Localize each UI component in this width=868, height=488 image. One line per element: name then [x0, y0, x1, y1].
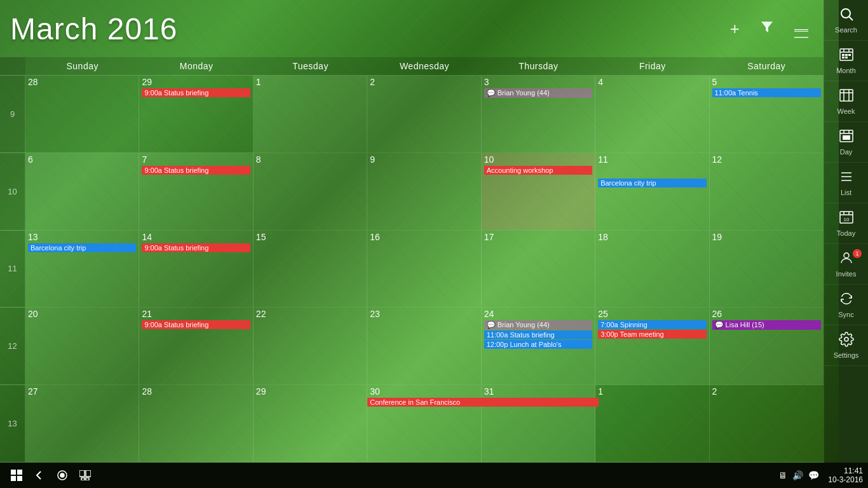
menu-button[interactable]: [789, 17, 813, 41]
day-cell-mar27[interactable]: 27: [25, 385, 139, 462]
event-team-meeting[interactable]: 3:00p Team meeting: [598, 330, 706, 339]
week-label: Week: [837, 107, 855, 115]
event-conference-sf[interactable]: Conference in San Francisco: [367, 398, 598, 407]
day-cell-mar16[interactable]: 16: [367, 231, 481, 308]
event-status-briefing[interactable]: 9:00a Status briefing: [142, 88, 250, 97]
svg-point-41: [60, 473, 64, 477]
day-header-saturday: Saturday: [710, 57, 824, 75]
day-cell-mar8[interactable]: 8: [254, 153, 367, 230]
sidebar-item-month[interactable]: Month: [824, 41, 868, 81]
day-cell-mar5[interactable]: 5 11:00a Tennis: [710, 76, 824, 152]
day-num: 7: [142, 154, 250, 165]
day-cell-mar1[interactable]: 1: [254, 76, 367, 152]
day-cell-mar30[interactable]: 30 Conference in San Francisco: [367, 385, 481, 462]
day-cell-mar19[interactable]: 19: [710, 231, 824, 308]
date-display: 10-3-2016: [828, 475, 863, 484]
day-cell-mar18[interactable]: 18: [595, 231, 709, 308]
day-cell-mar20[interactable]: 20: [25, 308, 139, 384]
event-tennis[interactable]: 11:00a Tennis: [712, 88, 821, 97]
day-cell-mar22[interactable]: 22: [254, 308, 367, 384]
event-lisa-hill[interactable]: 💬 Lisa Hill (15): [712, 320, 821, 330]
day-cell-mar29[interactable]: 29: [254, 385, 367, 462]
calendar-grid: 9 28 29 9:00a Status briefing 1 2 3 💬 Br…: [0, 76, 824, 463]
sidebar-item-week[interactable]: Week: [824, 81, 868, 122]
taskbar-time[interactable]: 11:41 10-3-2016: [828, 466, 863, 484]
volume-icon[interactable]: 🔊: [792, 470, 803, 480]
sidebar-item-sync[interactable]: Sync: [824, 285, 868, 325]
day-cell-mar31[interactable]: 31: [482, 385, 595, 462]
day-cell-mar17[interactable]: 17: [482, 231, 595, 308]
sidebar-item-day[interactable]: Day: [824, 122, 868, 163]
day-num: 1: [598, 386, 706, 396]
day-cell-apr2[interactable]: 2: [710, 385, 824, 462]
day-num: 4: [598, 77, 706, 87]
svg-rect-14: [845, 57, 848, 58]
svg-rect-25: [843, 135, 850, 140]
event-status-briefing-7[interactable]: 9:00a Status briefing: [142, 166, 250, 175]
day-headers: Sunday Monday Tuesday Wednesday Thursday…: [0, 57, 824, 76]
sync-icon: [839, 291, 854, 309]
day-cell-mar3[interactable]: 3 💬 Brian Young (44): [482, 76, 595, 152]
day-num: 16: [370, 232, 478, 242]
day-num: 19: [712, 232, 821, 242]
start-button[interactable]: [5, 464, 28, 487]
day-cell-apr1[interactable]: 1: [595, 385, 709, 462]
event-brian-young-3[interactable]: 💬 Brian Young (44): [484, 88, 592, 98]
sidebar-item-search[interactable]: Search: [824, 0, 868, 41]
day-cell-feb29[interactable]: 29 9:00a Status briefing: [139, 76, 253, 152]
day-cell-mar28[interactable]: 28: [139, 385, 253, 462]
notification-icon[interactable]: 💬: [808, 470, 819, 480]
day-num: 29: [256, 386, 364, 396]
network-icon[interactable]: 🖥: [778, 470, 787, 480]
day-cell-mar15[interactable]: 15: [254, 231, 367, 308]
day-cell-mar21[interactable]: 21 9:00a Status briefing: [139, 308, 253, 384]
day-num: 24: [484, 309, 592, 319]
event-barcelona-11[interactable]: Barcelona city trip: [598, 179, 706, 187]
day-cell-mar2[interactable]: 2: [367, 76, 481, 152]
svg-rect-1: [794, 29, 808, 30]
sidebar-item-settings[interactable]: Settings: [824, 325, 868, 366]
sidebar-item-list[interactable]: List: [824, 163, 868, 203]
add-button[interactable]: +: [725, 17, 745, 41]
svg-point-35: [844, 337, 848, 341]
event-status-briefing-21[interactable]: 9:00a Status briefing: [142, 320, 250, 329]
day-num: 26: [712, 309, 821, 319]
day-cell-feb28[interactable]: 28: [25, 76, 139, 152]
event-spinning[interactable]: 7:00a Spinning: [598, 320, 706, 329]
day-cell-mar25[interactable]: 25 7:00a Spinning 3:00p Team meeting: [595, 308, 709, 384]
task-view-button[interactable]: [74, 464, 97, 487]
day-num: 9: [370, 154, 478, 165]
back-button[interactable]: [28, 464, 51, 487]
cortana-button[interactable]: [51, 464, 74, 487]
day-cell-mar13[interactable]: 13 Barcelona city trip: [25, 231, 139, 308]
today-label: Today: [837, 229, 855, 237]
event-barcelona-13[interactable]: Barcelona city trip: [28, 243, 136, 252]
sidebar-item-today[interactable]: 10 Today: [824, 203, 868, 244]
day-cell-mar24[interactable]: 24 💬 Brian Young (44) 11:00a Status brie…: [482, 308, 595, 384]
filter-button[interactable]: [755, 17, 779, 40]
day-cell-mar26[interactable]: 26 💬 Lisa Hill (15): [710, 308, 824, 384]
day-header-monday: Monday: [139, 57, 253, 75]
day-cell-mar14[interactable]: 14 9:00a Status briefing: [139, 231, 253, 308]
svg-point-4: [841, 9, 850, 18]
svg-rect-10: [842, 54, 844, 56]
sidebar-item-invites[interactable]: 1 Invites: [824, 244, 868, 285]
day-cell-mar7[interactable]: 7 9:00a Status briefing: [139, 153, 253, 230]
event-status-briefing-14[interactable]: 9:00a Status briefing: [142, 243, 250, 252]
svg-rect-2: [794, 31, 808, 32]
day-num: 23: [370, 309, 478, 319]
week-num-11: 11: [0, 231, 25, 308]
day-cell-mar4[interactable]: 4: [595, 76, 709, 152]
svg-rect-3: [794, 37, 808, 38]
day-cell-mar11[interactable]: 11 Barcelona city trip: [595, 153, 709, 230]
day-cell-mar10[interactable]: 10 Accounting workshop: [482, 153, 595, 230]
event-lunch-pablos[interactable]: 12:00p Lunch at Pablo's: [484, 340, 592, 349]
event-accounting-workshop[interactable]: Accounting workshop: [484, 166, 592, 175]
time-display: 11:41: [844, 466, 863, 475]
event-status-briefing-24[interactable]: 11:00a Status briefing: [484, 330, 592, 339]
day-cell-mar12[interactable]: 12: [710, 153, 824, 230]
day-cell-mar9[interactable]: 9: [367, 153, 481, 230]
day-cell-mar23[interactable]: 23: [367, 308, 481, 384]
day-cell-mar6[interactable]: 6: [25, 153, 139, 230]
event-brian-young-24[interactable]: 💬 Brian Young (44): [484, 320, 592, 330]
